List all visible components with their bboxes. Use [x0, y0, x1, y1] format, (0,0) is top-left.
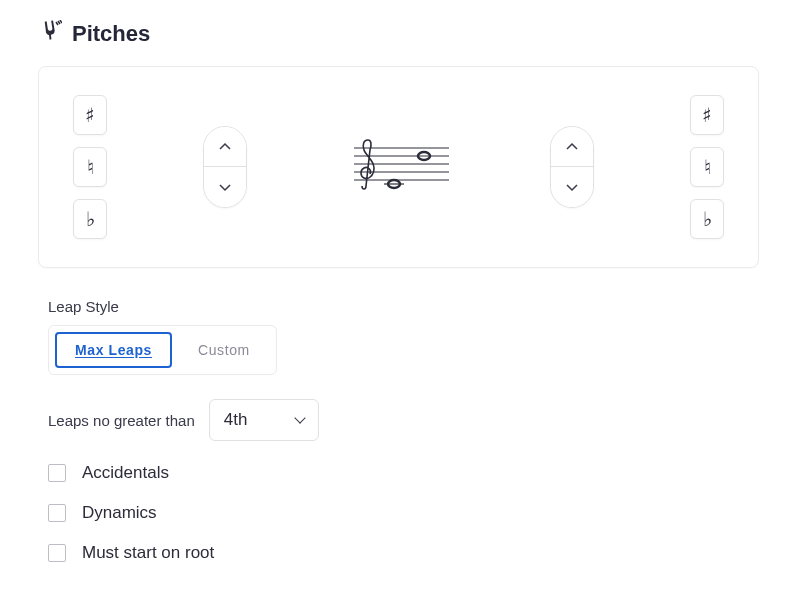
- section-header: Pitches: [38, 20, 759, 48]
- must-start-on-root-checkbox[interactable]: [48, 544, 66, 562]
- tuning-fork-icon: [38, 20, 62, 48]
- chevron-up-icon: [218, 142, 232, 152]
- must-start-on-root-row: Must start on root: [48, 543, 759, 563]
- right-natural-button[interactable]: ♮: [690, 147, 724, 187]
- accidentals-row: Accidentals: [48, 463, 759, 483]
- leap-style-label: Leap Style: [48, 298, 759, 315]
- chevron-down-icon: [565, 182, 579, 192]
- right-sharp-button[interactable]: ♯: [690, 95, 724, 135]
- left-pitch-up-button[interactable]: [204, 127, 246, 167]
- right-pitch-stepper: [550, 126, 594, 208]
- leaps-limit-select[interactable]: 4th: [209, 399, 319, 441]
- pitch-panel: ♯ ♮ ♭: [38, 66, 759, 268]
- right-accidental-stack: ♯ ♮ ♭: [690, 95, 724, 239]
- left-accidental-stack: ♯ ♮ ♭: [73, 95, 107, 239]
- left-natural-button[interactable]: ♮: [73, 147, 107, 187]
- leap-style-segmented: Max Leaps Custom: [48, 325, 277, 375]
- right-pitch-up-button[interactable]: [551, 127, 593, 167]
- must-start-on-root-label: Must start on root: [82, 543, 214, 563]
- right-pitch-down-button[interactable]: [551, 167, 593, 207]
- staff-display: [344, 130, 454, 204]
- leap-style-max-leaps[interactable]: Max Leaps: [55, 332, 172, 368]
- chevron-down-icon: [218, 182, 232, 192]
- accidentals-checkbox[interactable]: [48, 464, 66, 482]
- leap-style-custom[interactable]: Custom: [178, 332, 270, 368]
- dynamics-row: Dynamics: [48, 503, 759, 523]
- leaps-limit-label: Leaps no greater than: [48, 412, 195, 429]
- left-pitch-down-button[interactable]: [204, 167, 246, 207]
- accidentals-label: Accidentals: [82, 463, 169, 483]
- left-sharp-button[interactable]: ♯: [73, 95, 107, 135]
- form-area: Leap Style Max Leaps Custom Leaps no gre…: [48, 298, 759, 563]
- chevron-up-icon: [565, 142, 579, 152]
- dynamics-label: Dynamics: [82, 503, 157, 523]
- right-flat-button[interactable]: ♭: [690, 199, 724, 239]
- section-title: Pitches: [72, 21, 150, 47]
- dynamics-checkbox[interactable]: [48, 504, 66, 522]
- left-flat-button[interactable]: ♭: [73, 199, 107, 239]
- leaps-limit-row: Leaps no greater than 4th: [48, 399, 759, 441]
- left-pitch-stepper: [203, 126, 247, 208]
- options-list: Accidentals Dynamics Must start on root: [48, 463, 759, 563]
- staff-icon: [344, 130, 454, 200]
